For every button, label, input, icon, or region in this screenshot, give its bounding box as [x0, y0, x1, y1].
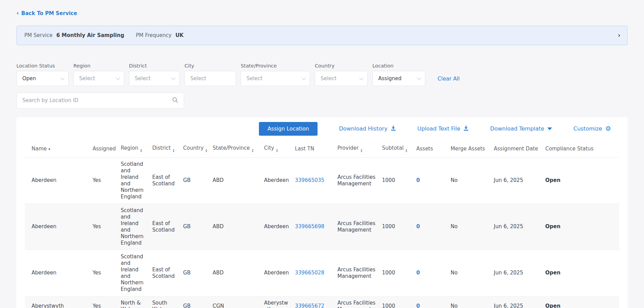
cell-merge-assets: No [448, 296, 491, 308]
table-row[interactable]: Aberdeen Yes Scotland and Ireland and No… [25, 250, 619, 296]
download-history-link[interactable]: Download History [339, 125, 396, 132]
column-header-assigned: Assigned [90, 141, 118, 158]
tn-link[interactable]: 339665672 [295, 303, 324, 308]
cell-district: East of Scotland [150, 157, 180, 204]
sort-icon: ▴▾ [173, 148, 175, 153]
column-header-city[interactable]: City▴▾ [261, 141, 292, 158]
sort-icon: ▴▾ [252, 148, 254, 153]
column-header-provider[interactable]: Provider▴▾ [335, 141, 379, 158]
cell-assignment-date: Jun 6, 2025 [491, 204, 542, 250]
district-select[interactable]: Select [129, 71, 180, 86]
location-status-select[interactable]: Open [16, 71, 69, 86]
cell-provider: Arcus Facilities Management [335, 157, 379, 204]
banner-expand-icon[interactable]: › [618, 32, 620, 39]
download-template-link[interactable]: Download Template [490, 125, 552, 132]
chevron-down-icon [116, 76, 120, 80]
cell-assigned: Yes [90, 204, 118, 250]
column-header-compliance-status: Compliance Status [542, 141, 619, 158]
cell-region: Scotland and Ireland and Northern Englan… [118, 250, 150, 296]
sort-asc-icon: ▴ [48, 146, 50, 151]
pm-service-label: PM Service [24, 32, 52, 38]
download-history-label: Download History [339, 125, 387, 132]
locations-table: Name▴ Assigned Region▴▾ District▴▾ Count… [25, 141, 619, 308]
cell-country: GB [180, 204, 210, 250]
pm-service-banner[interactable]: PM Service 6 Monthly Air Sampling PM Fre… [16, 26, 628, 45]
assets-link[interactable]: 0 [416, 177, 420, 183]
customize-link[interactable]: Customize ⚙ [573, 125, 611, 132]
back-link[interactable]: ‹ Back To PM Service [16, 10, 77, 16]
search-input[interactable] [22, 97, 172, 103]
table-row[interactable]: Aberdeen Yes Scotland and Ireland and No… [25, 204, 619, 250]
cell-subtotal: 1000 [379, 250, 414, 296]
cell-city: Aberdeen [261, 204, 292, 250]
back-link-label: Back To PM Service [21, 10, 77, 16]
cell-assets: 0 [414, 204, 448, 250]
tn-link[interactable]: 339665035 [295, 177, 324, 183]
tn-link[interactable]: 339665698 [295, 223, 324, 230]
cell-name: Aberystwyth [25, 296, 90, 308]
sort-icon: ▴▾ [361, 148, 362, 153]
column-header-region[interactable]: Region▴▾ [118, 141, 150, 158]
cell-country: GB [180, 296, 210, 308]
column-header-assets: Assets [414, 141, 448, 158]
filter-label: City [184, 63, 236, 69]
cell-district: East of Scotland [150, 250, 180, 296]
table-body: Aberdeen Yes Scotland and Ireland and No… [25, 157, 619, 308]
filter-location: Location Assigned [372, 63, 425, 86]
table-row[interactable]: Aberdeen Yes Scotland and Ireland and No… [25, 157, 619, 204]
cell-name: Aberdeen [25, 250, 90, 296]
cell-assets: 0 [414, 250, 448, 296]
filter-label: District [129, 63, 180, 69]
cell-assignment-date: Jun 6, 2025 [491, 296, 542, 308]
column-header-name[interactable]: Name▴ [25, 141, 90, 158]
selected-value: Assigned [378, 75, 402, 82]
upload-text-file-link[interactable]: Upload Text File [417, 125, 469, 132]
cell-merge-assets: No [448, 204, 491, 250]
cell-assignment-date: Jun 6, 2025 [491, 157, 542, 204]
cell-compliance-status: Open [542, 250, 619, 296]
column-header-country[interactable]: Country▴▾ [180, 141, 210, 158]
cell-last-tn: 339665028 [292, 250, 335, 296]
filter-district: District Select [129, 63, 180, 86]
region-select[interactable]: Select [73, 71, 124, 86]
cell-last-tn: 339665035 [292, 157, 335, 204]
upload-text-file-label: Upload Text File [417, 125, 460, 132]
cell-assets: 0 [414, 296, 448, 308]
cell-provider: Arcus Facilities Management [335, 296, 379, 308]
assets-link[interactable]: 0 [416, 303, 420, 308]
country-select[interactable]: Select [315, 71, 368, 86]
cell-merge-assets: No [448, 250, 491, 296]
sort-icon: ▴▾ [406, 148, 407, 153]
cell-region: North & Wales [118, 296, 150, 308]
filter-country: Country Select [315, 63, 368, 86]
table-row[interactable]: Aberystwyth Yes North & Wales South Wale… [25, 296, 619, 308]
column-header-assignment-date: Assignment Date [491, 141, 542, 158]
state-province-select[interactable]: Select [241, 71, 310, 86]
column-header-subtotal[interactable]: Subtotal▴▾ [379, 141, 414, 158]
city-filter-input[interactable]: Select [184, 71, 236, 86]
cell-compliance-status: Open [542, 296, 619, 308]
column-header-district[interactable]: District▴▾ [150, 141, 180, 158]
caret-down-icon [547, 127, 552, 130]
clear-all-link[interactable]: Clear All [438, 76, 460, 82]
cell-assignment-date: Jun 6, 2025 [491, 250, 542, 296]
location-select[interactable]: Assigned [372, 71, 425, 86]
chevron-down-icon [417, 76, 421, 80]
pm-frequency-value: UK [175, 32, 183, 38]
filter-label: Location Status [16, 63, 69, 69]
assets-link[interactable]: 0 [416, 270, 420, 276]
tn-link[interactable]: 339665028 [295, 270, 324, 276]
search-icon[interactable] [172, 97, 178, 104]
cell-assigned: Yes [90, 296, 118, 308]
locations-card: Assign Location Download History Upload … [16, 117, 628, 308]
sort-icon: ▴▾ [140, 148, 142, 153]
cell-merge-assets: No [448, 157, 491, 204]
cell-name: Aberdeen [25, 157, 90, 204]
assign-location-button[interactable]: Assign Location [259, 122, 318, 136]
filter-label: Country [315, 63, 368, 69]
cell-state-province: ABD [210, 250, 261, 296]
cell-subtotal: 1000 [379, 204, 414, 250]
assets-link[interactable]: 0 [416, 223, 420, 230]
column-header-state-province[interactable]: State/Province▴▾ [210, 141, 261, 158]
placeholder-value: Select [79, 75, 95, 82]
